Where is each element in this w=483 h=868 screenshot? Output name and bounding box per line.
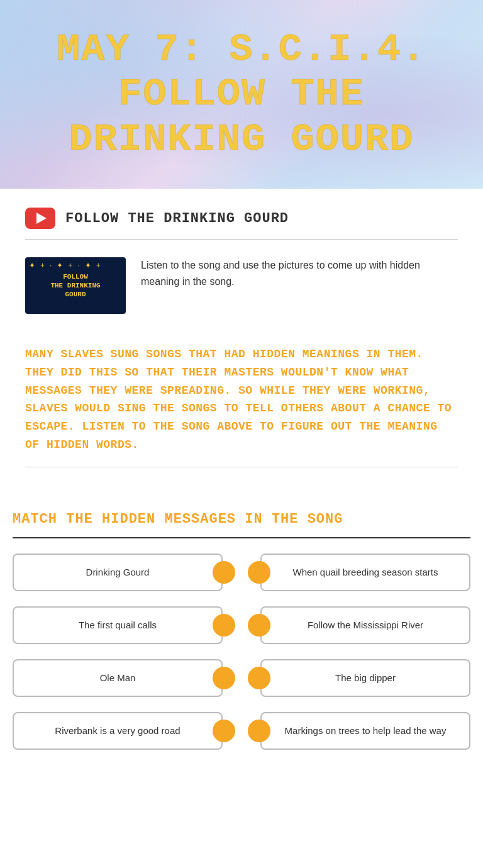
left-dot xyxy=(213,561,235,584)
match-section: MATCH THE HIDDEN MESSAGES IN THE SONG Dr… xyxy=(0,511,483,782)
right-dot xyxy=(248,614,270,637)
content-section: FOLLOW THE DRINKING GOURD ✦+·✦ +·✦+ FOLL… xyxy=(0,189,483,511)
left-dot xyxy=(213,614,235,637)
match-grid: Drinking Gourd When quail breeding seaso… xyxy=(13,554,470,757)
video-row: ✦+·✦ +·✦+ FOLLOWTHE DRINKINGGOURD Listen… xyxy=(25,257,458,314)
match-right-item[interactable]: The big dipper xyxy=(260,659,470,697)
match-pair-row: Drinking Gourd When quail breeding seaso… xyxy=(13,554,470,591)
left-dot xyxy=(213,667,235,689)
match-right-text: Markings on trees to help lead the way xyxy=(285,725,447,736)
match-right-item[interactable]: Markings on trees to help lead the way xyxy=(260,712,470,750)
match-pair-row: Ole Man The big dipper xyxy=(13,659,470,697)
match-left-item[interactable]: Riverbank is a very good road xyxy=(13,712,223,750)
orange-paragraph: MANY SLAVES SUNG SONGS THAT HAD HIDDEN M… xyxy=(25,339,458,467)
match-pair-row: Riverbank is a very good road Markings o… xyxy=(13,712,470,750)
left-dot xyxy=(213,720,235,742)
match-right-text: Follow the Mississippi River xyxy=(308,620,423,630)
match-pair-row: The first quail calls Follow the Mississ… xyxy=(13,606,470,644)
match-left-item[interactable]: Drinking Gourd xyxy=(13,554,223,591)
play-triangle-icon xyxy=(36,213,47,224)
youtube-header: FOLLOW THE DRINKING GOURD xyxy=(25,208,458,240)
match-left-item[interactable]: The first quail calls xyxy=(13,606,223,644)
video-thumbnail[interactable]: ✦+·✦ +·✦+ FOLLOWTHE DRINKINGGOURD xyxy=(25,257,126,314)
match-right-text: The big dipper xyxy=(335,672,396,683)
right-dot xyxy=(248,720,270,742)
hero-section: MAY 7: S.C.I.4. FOLLOW THE DRINKING GOUR… xyxy=(0,0,483,189)
video-description: Listen to the song and use the pictures … xyxy=(141,257,458,289)
match-right-item[interactable]: When quail breeding season starts xyxy=(260,554,470,591)
thumbnail-text: FOLLOWTHE DRINKINGGOURD xyxy=(50,272,100,299)
match-divider xyxy=(13,537,470,538)
youtube-icon[interactable] xyxy=(25,208,55,229)
match-left-text: Riverbank is a very good road xyxy=(55,725,180,736)
match-left-text: Ole Man xyxy=(100,672,136,683)
match-left-item[interactable]: Ole Man xyxy=(13,659,223,697)
match-right-item[interactable]: Follow the Mississippi River xyxy=(260,606,470,644)
right-dot xyxy=(248,667,270,689)
match-left-text: Drinking Gourd xyxy=(86,567,150,577)
hero-title: MAY 7: S.C.I.4. FOLLOW THE DRINKING GOUR… xyxy=(38,27,445,162)
youtube-label: FOLLOW THE DRINKING GOURD xyxy=(65,211,289,226)
right-dot xyxy=(248,561,270,584)
match-left-text: The first quail calls xyxy=(79,620,157,630)
match-title: MATCH THE HIDDEN MESSAGES IN THE SONG xyxy=(13,511,470,527)
match-right-text: When quail breeding season starts xyxy=(293,567,438,577)
